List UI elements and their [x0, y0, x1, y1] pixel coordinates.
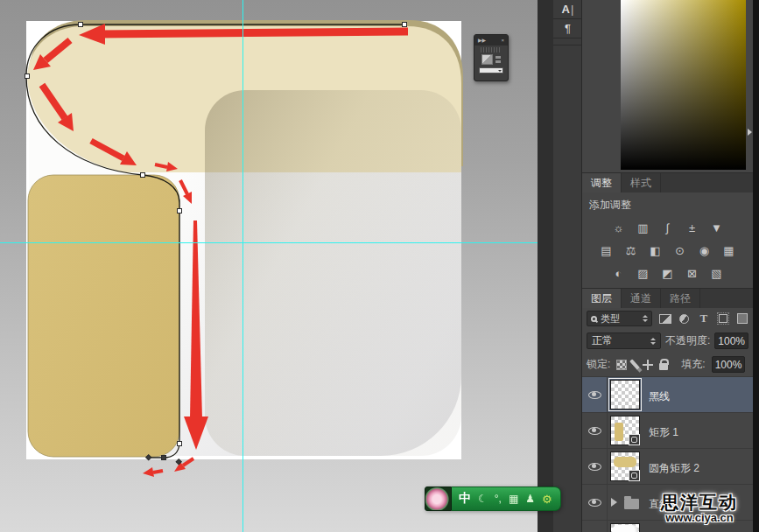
- panel-close-icon[interactable]: ×: [501, 38, 504, 43]
- panel-mini-dropdown[interactable]: [479, 67, 503, 74]
- adjustments-tabbar: 调整 样式: [582, 173, 753, 192]
- fill-label: 填充:: [681, 357, 705, 372]
- filter-type-layers-icon[interactable]: T: [698, 312, 710, 326]
- visibility-eye-icon[interactable]: [588, 391, 601, 399]
- layer-name[interactable]: 圆角矩形 2: [649, 461, 699, 476]
- filter-pixel-layers-icon[interactable]: [659, 312, 671, 326]
- layer-name[interactable]: 黑线: [649, 389, 670, 404]
- visibility-eye-icon[interactable]: [588, 499, 601, 507]
- filter-type-dropdown[interactable]: 类型: [587, 311, 652, 326]
- dock-separator: [553, 38, 581, 46]
- vibrance-icon[interactable]: ▼: [709, 222, 724, 234]
- group-expand-icon[interactable]: [611, 498, 617, 507]
- layers-tabbar: 图层 通道 路径: [582, 289, 753, 308]
- folder-icon: [624, 499, 639, 509]
- layer-row-rect1[interactable]: 矩形 1: [582, 412, 753, 448]
- exposure-icon[interactable]: ±: [685, 222, 699, 234]
- opacity-label: 不透明度:: [665, 333, 710, 348]
- search-icon: [591, 316, 597, 322]
- dropdown-arrows-icon: [650, 338, 656, 345]
- layer-name[interactable]: 矩形 1: [649, 425, 678, 440]
- document-canvas-area[interactable]: [0, 0, 538, 532]
- tab-layers[interactable]: 图层: [582, 289, 622, 308]
- screen-edge-strip: [753, 0, 759, 532]
- color-picker-field[interactable]: [621, 0, 746, 170]
- layer-row-group[interactable]: 直线: [582, 484, 753, 520]
- ime-person-icon[interactable]: ♟: [525, 494, 535, 504]
- visibility-eye-icon[interactable]: [588, 463, 601, 471]
- opacity-value[interactable]: 100%: [714, 332, 748, 349]
- blend-mode-row: 正常 不透明度: 100%: [582, 329, 753, 353]
- ime-chinese-mode-button[interactable]: 中: [459, 491, 471, 507]
- layer-thumbnail[interactable]: [610, 523, 640, 532]
- lock-transparency-icon[interactable]: [616, 360, 627, 370]
- layer-row-roundrect2[interactable]: 圆角矩形 2: [582, 448, 753, 484]
- paragraph-panel-icon[interactable]: ¶: [553, 19, 582, 38]
- dock-edge-strip: [538, 0, 553, 532]
- selective-color-icon[interactable]: ▧: [709, 268, 724, 279]
- add-adjustment-label: 添加调整: [582, 196, 753, 216]
- tab-adjustments[interactable]: 调整: [582, 173, 622, 192]
- layer-thumbnail[interactable]: [610, 380, 640, 410]
- lock-label: 锁定:: [587, 357, 610, 372]
- photo-filter-icon[interactable]: ⊙: [672, 245, 687, 256]
- ime-logo-flower[interactable]: [425, 486, 452, 511]
- layer-filter-row: 类型 T: [582, 308, 753, 329]
- panel-list-lines: [495, 56, 501, 63]
- lock-pixels-brush-icon[interactable]: [630, 359, 641, 369]
- hue-slider-arrow-icon[interactable]: [748, 129, 752, 136]
- dropdown-arrows-icon: [643, 315, 648, 322]
- color-balance-icon[interactable]: ⚖: [623, 245, 638, 256]
- photoshop-workspace: ▶▶ × A| ¶ 调整 样式 添加调整: [0, 0, 759, 532]
- visibility-eye-icon[interactable]: [588, 427, 601, 435]
- shape-layer-badge-icon: [629, 470, 640, 481]
- collapsed-panel-dock: A| ¶: [553, 0, 582, 532]
- cube-icon[interactable]: [481, 54, 493, 65]
- invert-icon[interactable]: ◐: [611, 268, 626, 279]
- layer-thumbnail[interactable]: [610, 416, 640, 445]
- ime-settings-wrench-icon[interactable]: ⚙: [542, 494, 552, 505]
- brightness-contrast-icon[interactable]: ☼: [611, 222, 626, 234]
- shape-layer-badge-icon: [629, 434, 640, 445]
- threshold-icon[interactable]: ◩: [660, 268, 675, 279]
- floating-panel[interactable]: ▶▶ ×: [474, 34, 509, 81]
- tab-paths[interactable]: 路径: [661, 289, 700, 308]
- canvas-drawing: [0, 0, 538, 532]
- filter-shape-layers-icon[interactable]: [717, 312, 729, 326]
- color-panel: [582, 0, 753, 173]
- gradient-map-icon[interactable]: ⊠: [685, 268, 699, 279]
- levels-icon[interactable]: ▥: [636, 222, 650, 234]
- ime-punctuation-button[interactable]: °,: [495, 494, 502, 504]
- layer-list: 黑线 矩形 1 圆角矩形 2 直线 圆角矩形 1: [582, 376, 753, 532]
- tan-rectangle-shape[interactable]: [28, 175, 179, 457]
- filter-type-label: 类型: [601, 312, 620, 326]
- adjustments-panel: 添加调整 ☼ ▥ ∫ ± ▼ ▤ ⚖ ◧ ⊙ ◉ ▦ ◐ ▨ ◩ ⊠ ▧: [582, 192, 753, 289]
- tab-styles[interactable]: 样式: [622, 173, 661, 192]
- lock-position-icon[interactable]: [643, 360, 653, 370]
- posterize-icon[interactable]: ▨: [636, 268, 650, 279]
- filter-smart-object-icon[interactable]: [736, 312, 748, 326]
- panel-collapse-icon[interactable]: ▶▶: [478, 38, 486, 43]
- ime-keyboard-icon[interactable]: ▦: [509, 494, 518, 504]
- layer-row-heixian[interactable]: 黑线: [582, 376, 753, 412]
- color-lookup-icon[interactable]: ▦: [721, 245, 736, 256]
- character-panel-icon[interactable]: A|: [553, 0, 582, 19]
- ime-fullwidth-moon-icon[interactable]: ☾: [478, 494, 488, 504]
- lock-all-icon[interactable]: [659, 363, 668, 370]
- layer-thumbnail[interactable]: [610, 452, 640, 481]
- filter-adjustment-layers-icon[interactable]: [678, 312, 691, 326]
- panel-column: 调整 样式 添加调整 ☼ ▥ ∫ ± ▼ ▤ ⚖ ◧ ⊙ ◉ ▦ ◐ ▨: [582, 0, 753, 532]
- hue-saturation-icon[interactable]: ▤: [599, 245, 614, 256]
- tab-channels[interactable]: 通道: [622, 289, 661, 308]
- black-white-icon[interactable]: ◧: [648, 245, 663, 256]
- blend-mode-dropdown[interactable]: 正常: [587, 332, 661, 349]
- curves-icon[interactable]: ∫: [660, 222, 675, 234]
- ime-toolbar[interactable]: 中 ☾ °, ▦ ♟ ⚙: [425, 486, 561, 511]
- panel-grip: [481, 47, 502, 52]
- lock-row: 锁定: 填充: 100%: [582, 353, 753, 376]
- fill-value[interactable]: 100%: [712, 356, 746, 373]
- layer-name[interactable]: 直线: [649, 497, 670, 512]
- layer-row-roundrect1[interactable]: 圆角矩形 1: [582, 520, 753, 532]
- channel-mixer-icon[interactable]: ◉: [697, 245, 712, 256]
